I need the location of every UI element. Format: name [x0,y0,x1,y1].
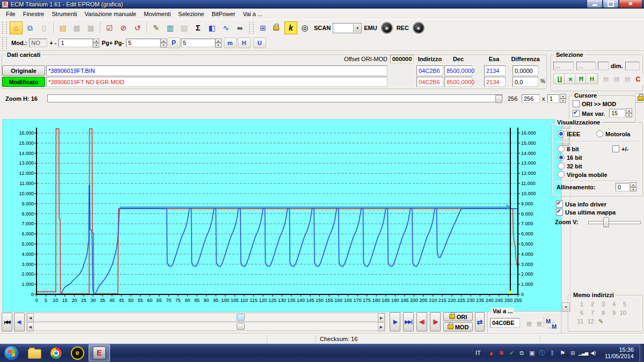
copy-windows-icon[interactable]: ⧉ [24,21,36,34]
scroll-left-icon[interactable]: ◀ [27,322,34,331]
usa-ultima-mappa-checkbox[interactable] [556,209,563,216]
plusminus-checkbox[interactable] [612,145,619,152]
modificato-differenza-field[interactable]: 0,0 [513,77,538,87]
modificato-esa-field[interactable]: 2134 [484,77,506,87]
motorola-radio-row[interactable]: Motorola [596,130,630,137]
save-icon[interactable]: ▦ [70,21,83,34]
memo-slot[interactable]: 8 [594,309,605,316]
emu-record-button[interactable]: ◉ [381,22,393,34]
running-man-icon[interactable]: k [284,21,297,34]
edit-note-icon[interactable]: ✎ [150,21,163,34]
error-icon[interactable]: ✖ [497,350,506,357]
memo-slot[interactable]: 10 [616,309,626,316]
menu-file[interactable]: File [2,10,19,18]
info-icon[interactable]: ⓘ [538,349,547,357]
export-icon[interactable]: ▤ [178,21,191,34]
usa-info-driver-checkbox[interactable] [556,201,563,208]
pg-input[interactable]: 5 [126,39,160,47]
usa-info-driver-row[interactable]: Usa info driver [556,201,606,208]
flame-icon[interactable]: ▲ [487,350,496,356]
usa-ultima-mappa-row[interactable]: Usa ultima mappa [556,209,616,216]
scroll-left-icon[interactable]: ◀ [27,313,34,322]
start-button[interactable] [4,345,19,361]
dim-field[interactable] [625,62,640,70]
scan-combobox[interactable]: ▼ [333,23,362,33]
memo-slot[interactable]: 7 [583,309,594,316]
virgola-radio-row[interactable]: Virgola mobile [558,171,608,178]
signal-strength-icon[interactable]: ▁▃▅ [579,351,588,356]
max-var-checkbox[interactable] [573,110,580,117]
menu-bitpower[interactable]: BitPower [208,10,239,18]
toolbar-gripper[interactable] [249,22,254,34]
goto-address-input[interactable]: 04C0BE [490,318,520,328]
selection-start-field[interactable]: ... [553,62,574,70]
max-var-field[interactable]: 15 [609,109,625,117]
refresh-icon[interactable]: C [632,73,644,84]
rewind-button[interactable]: ◀|| [416,312,427,331]
step-input[interactable]: 1 [58,39,93,47]
unit-view-icon[interactable]: U [253,38,266,48]
step-spinner[interactable]: ▲▼ [93,39,99,48]
hscroll-thumb-top[interactable] [237,314,245,321]
maximize-button[interactable] [603,0,619,8]
menu-finestre[interactable]: Finestre [19,10,48,18]
ori-lock-button[interactable]: ORI [443,312,473,321]
memo-edit-icon[interactable]: ✎ [598,318,603,324]
close-button[interactable]: ✖ [619,0,642,8]
offset-ori-mod-field[interactable]: 000000 [390,55,414,63]
virgola-radio[interactable] [558,171,565,178]
motorola-radio[interactable] [596,130,603,137]
menu-movimenti[interactable]: Movimenti [140,10,174,18]
selection-end-field[interactable]: ... [576,62,596,70]
ori-mod-checkbox-row[interactable]: ORI >> MOD [573,100,616,107]
p-input[interactable]: 5 [181,39,215,47]
percent-step-icon[interactable]: P [167,38,180,48]
horizontal-scrollbar-bottom[interactable]: ◀ ▶ [26,322,385,331]
zoom-v-slider[interactable] [588,221,641,224]
originale-differenza-field[interactable]: 0,0000 [513,65,538,76]
forbid-edit-icon[interactable]: ⊘ [117,21,130,34]
map-3d-icon[interactable]: ◧ [206,21,218,34]
graph-view-icon[interactable]: ∿ [219,21,232,34]
bluetooth-icon[interactable]: ᛒ [548,350,557,356]
bit8-radio-row[interactable]: 8 bit [558,145,579,152]
plusminus-checkbox-row[interactable]: +/- [612,145,628,152]
taskbar-emule-button[interactable]: e [67,345,87,361]
originale-esa-field[interactable]: 2134 [484,65,506,76]
bit32-radio-row[interactable]: 32 bit [558,162,582,169]
title-bar[interactable]: E ECM Titanium 1.61 - Edit EPROM (grafic… [0,0,644,9]
zoom-h-slider-thumb[interactable] [495,95,502,103]
reset-counter-icon[interactable]: ↺ [131,21,144,34]
compare-ori-mod-icon[interactable]: ⇄ [475,312,485,331]
menu-strumenti[interactable]: Strumenti [48,10,80,18]
target-icon[interactable]: ◎ [298,21,311,34]
memo-slot[interactable]: 2 [583,301,594,307]
selection-extra-field[interactable] [598,62,609,70]
modificato-filename-field[interactable]: *38906019FT NO EGR.MOD [46,77,387,87]
go-first-button[interactable]: |◀◀ [2,313,12,331]
memo-slot[interactable]: 12 [583,318,594,324]
toolbar-gripper[interactable] [2,37,7,49]
column-view-icon[interactable]: ▥ [164,21,177,34]
speaker-icon[interactable]: ◀) [589,350,598,356]
memo-slot[interactable]: 5 [616,301,626,307]
bit8-radio[interactable] [558,145,565,152]
scroll-right-icon[interactable]: ▶ [378,322,385,331]
memo-slot[interactable]: 11 [573,318,583,324]
scroll-right-icon[interactable]: ▶ [378,313,385,322]
originale-indirizzo-field[interactable]: 04C2B6 [416,65,443,76]
monitor-icon[interactable]: ▣ [528,350,537,357]
taskbar-clock[interactable]: 15:36 11/05/2014 [605,346,634,359]
find-icon[interactable]: ∞ [233,21,246,34]
memo-slot[interactable]: 4 [605,301,616,307]
bit16-radio[interactable] [558,154,565,161]
memo-slot[interactable]: 1 [573,301,583,307]
pg-spinner[interactable]: ▲▼ [160,39,167,48]
menu-selezione[interactable]: Selezione [174,10,208,18]
menu-variazione-manuale[interactable]: Variazione manuale [81,10,140,18]
toolbar-gripper[interactable] [2,22,7,34]
hscroll-thumb-bottom[interactable] [237,323,245,330]
sum-icon[interactable]: Σ [192,21,204,34]
table-view-icon[interactable]: ⊞ [257,21,269,34]
ieee-radio[interactable] [558,130,565,137]
